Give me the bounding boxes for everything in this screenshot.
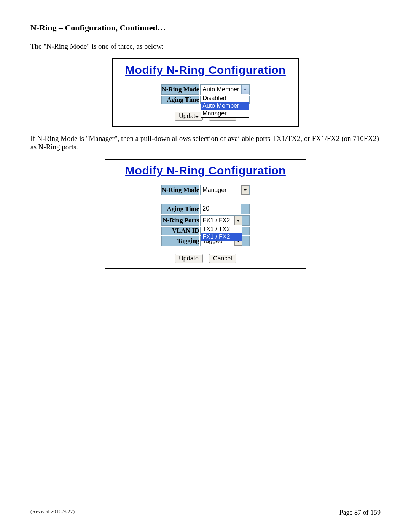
mode-label: N-Ring Mode — [161, 84, 200, 95]
vlan-label: VLAN ID — [161, 227, 200, 235]
mode-value: Manager — [201, 185, 241, 195]
cancel-button[interactable]: Cancel — [209, 254, 236, 263]
aging-label: Aging Time — [161, 204, 200, 214]
panel-heading: Modify N-Ring Configuration — [111, 164, 300, 177]
triangle-icon — [244, 89, 247, 91]
ports-label: N-Ring Ports — [161, 215, 200, 226]
ports-options-list[interactable]: TX1 / TX2 FX1 / FX2 — [201, 225, 242, 241]
config-panel-manager: Modify N-Ring Configuration N-Ring Mode … — [105, 159, 306, 269]
ports-value: FX1 / FX2 — [201, 216, 234, 225]
button-row: Update Cancel — [111, 254, 300, 263]
ports-dropdown[interactable]: FX1 / FX2 TX1 / TX2 FX1 / FX2 — [201, 216, 242, 225]
section-title: N-Ring – Configuration, Continued… — [30, 23, 381, 33]
mode-options-list[interactable]: Disabled Auto Member Manager — [201, 94, 249, 118]
chevron-down-icon[interactable] — [241, 185, 249, 195]
update-button[interactable]: Update — [175, 112, 203, 121]
mode-dropdown[interactable]: Manager — [201, 185, 249, 195]
page-footer: (Revised 2010-9-27) Page 87 of 159 — [30, 509, 381, 517]
panel-heading: Modify N-Ring Configuration — [118, 64, 293, 77]
chevron-down-icon[interactable] — [234, 216, 242, 225]
mode-value: Auto Member — [201, 85, 241, 94]
intro-paragraph: The "N-Ring Mode" is one of three, as be… — [30, 42, 381, 51]
triangle-icon — [237, 220, 240, 222]
config-panel-auto-member: Modify N-Ring Configuration N-Ring Mode … — [112, 58, 299, 127]
option-auto-member[interactable]: Auto Member — [201, 102, 249, 110]
triangle-icon — [244, 189, 247, 191]
update-button[interactable]: Update — [175, 254, 203, 263]
revised-date: (Revised 2010-9-27) — [30, 509, 75, 517]
mid-paragraph: If N-Ring Mode is "Manager", then a pull… — [30, 134, 381, 151]
form-table: N-Ring Mode Auto Member Disabled Auto Me… — [161, 83, 251, 105]
option-fx[interactable]: FX1 / FX2 — [201, 233, 242, 241]
option-tx[interactable]: TX1 / TX2 — [201, 225, 242, 233]
form-table: N-Ring Mode Manager Aging Time 20 N-Ring… — [161, 184, 251, 247]
tagging-label: Tagging — [161, 236, 200, 246]
mode-dropdown[interactable]: Auto Member Disabled Auto Member Manager — [201, 85, 249, 94]
chevron-down-icon[interactable] — [241, 85, 249, 94]
option-manager[interactable]: Manager — [201, 110, 249, 117]
aging-label: Aging Time — [161, 96, 200, 104]
aging-input[interactable]: 20 — [201, 204, 241, 214]
page-number: Page 87 of 159 — [339, 509, 381, 517]
mode-label: N-Ring Mode — [161, 185, 200, 195]
option-disabled[interactable]: Disabled — [201, 94, 249, 102]
